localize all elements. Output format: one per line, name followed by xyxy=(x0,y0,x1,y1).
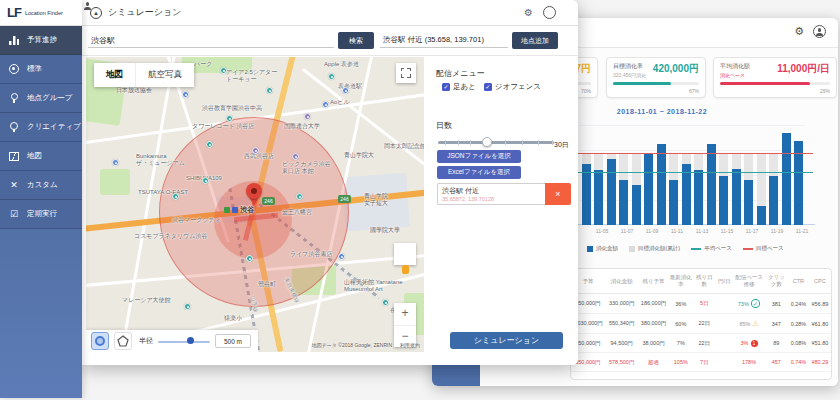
days-value: 30日 xyxy=(554,140,569,150)
circle-tool-button[interactable] xyxy=(91,332,109,350)
bar-slot xyxy=(657,125,666,225)
poi-marker-icon[interactable] xyxy=(184,303,191,310)
poi-marker-icon[interactable] xyxy=(202,177,209,184)
spend-bar xyxy=(619,180,628,225)
pegman-control[interactable] xyxy=(394,243,416,265)
poi-marker-icon[interactable] xyxy=(292,153,299,160)
poi-marker-icon[interactable] xyxy=(252,147,259,154)
sidebar-item-map[interactable]: 地図 xyxy=(0,142,82,171)
poi-marker-icon[interactable] xyxy=(322,101,329,108)
days-slider-handle[interactable] xyxy=(482,137,492,147)
poi-marker-icon[interactable] xyxy=(266,87,273,94)
screen: ⚙ 7円70%目標消化率420,000円320,456円消化67%平均消化額11… xyxy=(0,0,840,400)
table-cell: 0.74% xyxy=(788,353,809,372)
dashboard-sidebar-stub xyxy=(432,365,480,386)
spend-bar xyxy=(719,176,728,225)
add-location-button[interactable]: 地点追加 xyxy=(512,32,558,49)
checkbox-geofence[interactable]: ✓ジオフェンス xyxy=(484,82,541,92)
poi-marker-icon[interactable] xyxy=(206,141,213,148)
pin-icon xyxy=(11,93,18,100)
legend-item: 平均ペース xyxy=(691,245,732,252)
polygon-tool-button[interactable] xyxy=(114,332,132,350)
map-marker-pin[interactable] xyxy=(246,183,262,206)
campaign-table: 予算消化金額残り予算最新消化率残り日数円/日配信ペース推移クリック数CTRCPC… xyxy=(571,269,831,372)
settings-gear-icon[interactable]: ⚙ xyxy=(794,25,804,38)
table-cell: 7% xyxy=(668,334,693,353)
poi-marker-icon[interactable] xyxy=(182,91,189,98)
keyword-input[interactable] xyxy=(88,34,334,48)
tab-satellite[interactable]: 航空写真 xyxy=(135,63,194,87)
zoom-in-button[interactable]: + xyxy=(394,303,416,325)
poi-marker-icon[interactable] xyxy=(296,193,303,200)
fullscreen-button[interactable] xyxy=(396,63,416,83)
warning-icon: ⚠ xyxy=(752,320,758,327)
days-slider[interactable] xyxy=(438,136,554,148)
poi-marker-icon[interactable] xyxy=(112,159,119,166)
checkbox-footprint[interactable]: ✓足あと xyxy=(442,82,476,92)
selected-location-field[interactable] xyxy=(380,34,508,48)
poi-marker-icon[interactable] xyxy=(172,193,179,200)
tab-map[interactable]: 地図 xyxy=(94,63,135,87)
card-percent: 67% xyxy=(689,88,699,94)
table-cell: 330,000円 xyxy=(605,294,639,314)
map-label: 山種美術館 YamataneMuseum of Art xyxy=(344,279,403,292)
thumbs-up-icon: ✓ xyxy=(751,299,760,308)
radius-slider-handle[interactable] xyxy=(187,337,194,344)
poi-marker-icon[interactable] xyxy=(382,299,389,306)
threshold-line xyxy=(576,172,813,173)
table-cell: 38,000円 xyxy=(639,334,669,353)
poi-marker-icon[interactable] xyxy=(304,113,311,120)
poi-marker-icon[interactable] xyxy=(338,253,345,260)
sidebar-item-creative[interactable]: クリエイティブ xyxy=(0,113,82,142)
checkbox-checked-icon: ✓ xyxy=(484,83,492,91)
map-label: Bunkamuraザ・ミュージアム xyxy=(136,153,185,166)
search-button[interactable]: 検索 xyxy=(338,32,374,49)
map-label: タワーレコード 渋谷店 xyxy=(192,123,254,130)
remove-location-button[interactable]: × xyxy=(545,183,571,205)
card-progress-fill xyxy=(613,82,671,85)
map-canvas[interactable]: パークアイア2.5シアタートーキョーApple 表参道表参道駅Aoビル日本放送協… xyxy=(86,57,424,352)
simulation-icon: ▲ xyxy=(90,7,102,19)
card-percent: 70% xyxy=(581,88,591,94)
poi-marker-icon[interactable] xyxy=(246,255,253,262)
polygon-tool-icon xyxy=(117,335,129,347)
sidebar-item-standard[interactable]: 標準 xyxy=(0,55,82,84)
account-icon[interactable] xyxy=(543,6,556,19)
poi-marker-icon[interactable] xyxy=(226,115,233,122)
terms-link[interactable]: 利用規約 xyxy=(400,342,420,348)
table-row[interactable]: 350,000円94,500円38,000円7%22日3%1890.08%¥51… xyxy=(571,334,831,353)
radius-input[interactable] xyxy=(215,334,251,348)
table-row[interactable]: 550,000円330,000円186,000円36%5日73%✓3810.24… xyxy=(571,294,831,314)
poi-marker-icon[interactable] xyxy=(220,67,227,74)
x-tick-label: 11-21 xyxy=(791,228,813,234)
simulate-button[interactable]: シミュレーション xyxy=(450,332,563,349)
sidebar-item-budget-progress[interactable]: 予算進捗 xyxy=(0,26,82,55)
spend-bar xyxy=(744,180,753,225)
sidebar-item-scheduled-run[interactable]: ☑定期実行 xyxy=(0,200,82,229)
json-file-button[interactable]: JSONファイルを選択 xyxy=(437,150,521,163)
account-icon[interactable] xyxy=(813,25,826,38)
table-cell: 22日 xyxy=(693,314,715,334)
poi-marker-icon[interactable] xyxy=(328,73,335,80)
table-row[interactable]: 550,000円578,500円超過105%7日178%4570.74%¥80.… xyxy=(571,353,831,372)
settings-gear-icon[interactable]: ⚙ xyxy=(524,7,533,18)
excel-file-button[interactable]: Excelファイルを選択 xyxy=(437,166,521,179)
table-cell: 381 xyxy=(765,294,788,314)
sidebar-item-custom[interactable]: ✕カスタム xyxy=(0,171,82,200)
logo-name: Location Finder xyxy=(25,10,63,16)
bulb-icon xyxy=(10,122,18,130)
table-row[interactable]: 1,030,000円550,340円380,000円60%22日85%⚠3470… xyxy=(571,314,831,334)
x-tick-label: 11-19 xyxy=(766,228,788,234)
bar-slot xyxy=(719,125,728,225)
table-cell: 85%⚠ xyxy=(733,314,764,334)
card-percent: 29% xyxy=(820,88,830,94)
radius-slider[interactable] xyxy=(158,336,210,346)
checkbox-label: ジオフェンス xyxy=(495,82,541,92)
map-label: 岡本太郎記念館 xyxy=(384,143,424,150)
poi-marker-icon[interactable] xyxy=(342,87,349,94)
app-logo[interactable]: LF Location Finder xyxy=(0,0,82,26)
date-range: 2018-11-01 ~ 2018-11-22 xyxy=(582,108,742,115)
sidebar-item-location-group[interactable]: 地点グループ xyxy=(0,84,82,113)
x-tick-label: 11-07 xyxy=(616,228,638,234)
table-cell: ¥61.80 xyxy=(809,314,831,334)
